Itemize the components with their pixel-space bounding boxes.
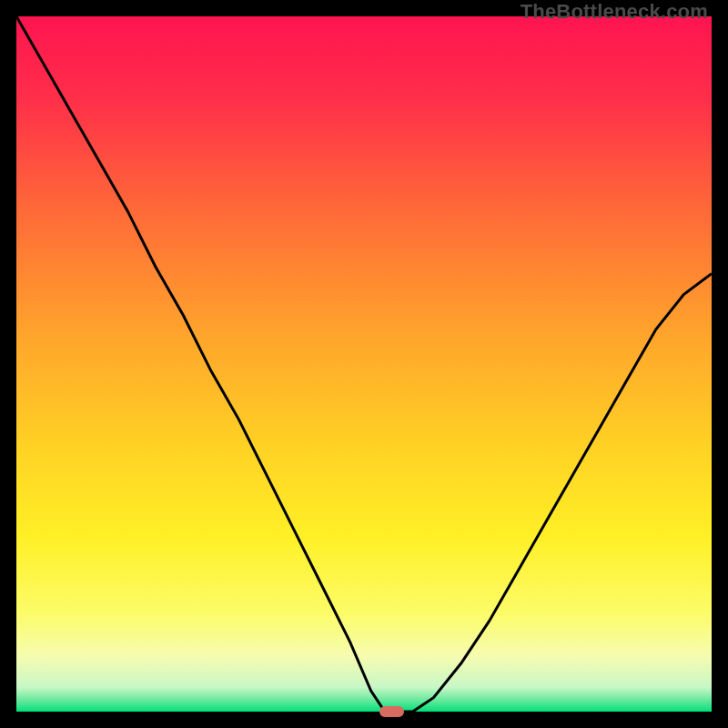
chart-background [16, 16, 712, 712]
watermark-text: TheBottleneck.com [521, 0, 708, 24]
chart-frame [16, 16, 712, 712]
optimal-marker [379, 706, 404, 717]
bottleneck-chart [16, 16, 712, 712]
